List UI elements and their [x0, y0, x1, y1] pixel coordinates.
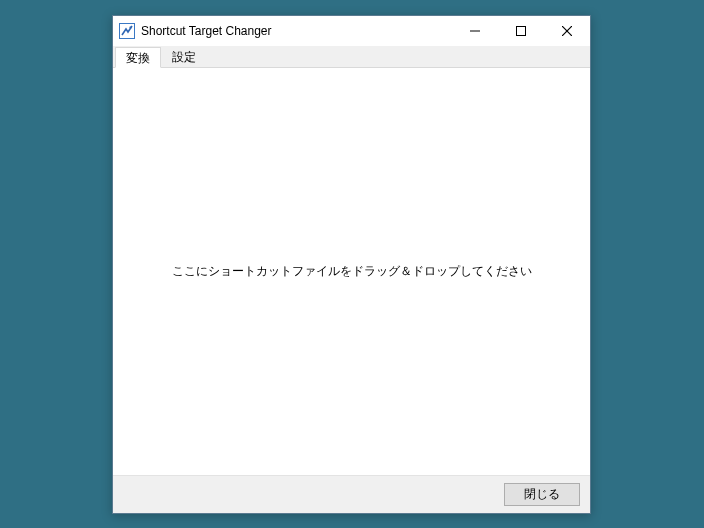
drop-zone-label: ここにショートカットファイルをドラッグ＆ドロップしてください: [172, 263, 532, 280]
footer: 閉じる: [113, 475, 590, 513]
window-controls: [452, 16, 590, 46]
minimize-button[interactable]: [452, 16, 498, 45]
maximize-button[interactable]: [498, 16, 544, 45]
tab-convert[interactable]: 変換: [115, 47, 161, 68]
tab-label: 変換: [126, 51, 150, 65]
tab-settings[interactable]: 設定: [161, 46, 207, 67]
close-button[interactable]: [544, 16, 590, 45]
tab-label: 設定: [172, 50, 196, 64]
app-icon: [119, 23, 135, 39]
window-title: Shortcut Target Changer: [141, 24, 452, 38]
drop-zone[interactable]: ここにショートカットファイルをドラッグ＆ドロップしてください: [113, 68, 590, 475]
close-dialog-button[interactable]: 閉じる: [504, 483, 580, 506]
tabstrip: 変換 設定: [113, 46, 590, 68]
titlebar[interactable]: Shortcut Target Changer: [113, 16, 590, 46]
app-window: Shortcut Target Changer 変換 設定 ここにショートカット…: [112, 15, 591, 514]
button-label: 閉じる: [524, 486, 560, 503]
svg-rect-3: [517, 26, 526, 35]
